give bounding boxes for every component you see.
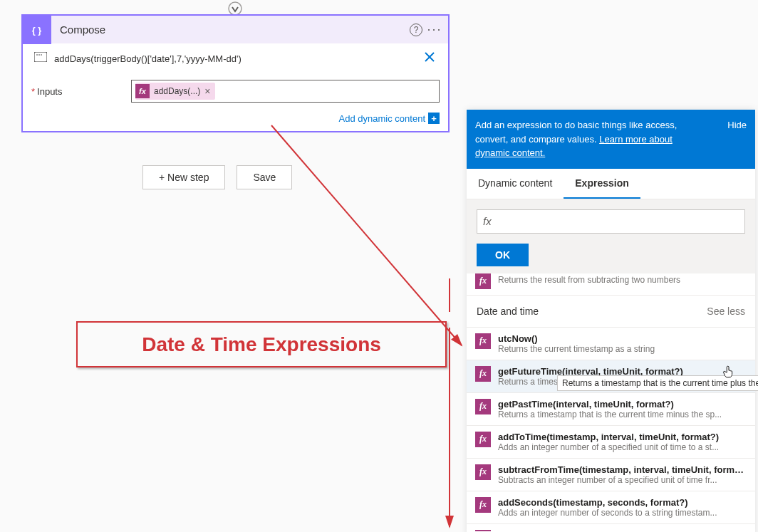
- compose-action-card: { } Compose ? ··· addDays(triggerBody()[…: [21, 14, 450, 132]
- add-dynamic-content-link[interactable]: Add dynamic content: [339, 113, 425, 124]
- func-desc: Returns a timestamp that is the current …: [498, 410, 747, 419]
- svg-point-6: [41, 54, 42, 56]
- fx-icon: fx: [475, 530, 491, 531]
- func-utcnow[interactable]: fx utcNow() Returns the current timestam…: [467, 328, 755, 360]
- new-step-button[interactable]: + New step: [142, 165, 225, 189]
- func-addtotime[interactable]: fx addToTime(timestamp, interval, timeUn…: [467, 426, 755, 459]
- function-tooltip: Returns a timestamp that is the current …: [557, 375, 758, 391]
- dynamic-content-panel: Add an expression to do basic things lik…: [467, 110, 755, 532]
- panel-tabs: Dynamic content Expression: [467, 169, 755, 199]
- previous-func-desc: Returns the result from subtracting two …: [498, 273, 680, 285]
- token-text: addDays(...): [154, 86, 200, 96]
- see-less-link[interactable]: See less: [707, 306, 745, 317]
- svg-point-0: [229, 2, 242, 15]
- func-getpasttime[interactable]: fx getPastTime(interval, timeUnit, forma…: [467, 393, 755, 426]
- func-addminutes[interactable]: fx addMinutes(timestamp, minutes, format…: [467, 524, 755, 531]
- fx-icon: fx: [475, 333, 491, 349]
- svg-point-4: [36, 54, 38, 56]
- func-name: utcNow(): [498, 333, 747, 344]
- func-desc: Returns the current timestamp as a strin…: [498, 344, 747, 354]
- func-name: addToTime(timestamp, interval, timeUnit,…: [498, 432, 747, 442]
- more-menu-button[interactable]: ···: [428, 20, 448, 40]
- help-button[interactable]: ?: [408, 20, 428, 40]
- action-title: Compose: [51, 24, 408, 36]
- expression-input-row: fx: [467, 199, 755, 239]
- previous-category-tail: fx Returns the result from subtracting t…: [467, 273, 755, 295]
- annotation-text: Date & Time Expressions: [142, 333, 381, 356]
- inputs-label: *Inputs: [31, 86, 131, 97]
- formula-bar: addDays(triggerBody()['date'],7,'yyyy-MM…: [23, 44, 448, 73]
- remove-token-button[interactable]: ×: [204, 85, 210, 97]
- hide-panel-button[interactable]: Hide: [727, 118, 747, 160]
- section-title: Date and time: [477, 306, 539, 317]
- fx-icon: fx: [475, 464, 491, 480]
- svg-text:{ }: { }: [32, 24, 42, 35]
- func-desc: Adds an integer number of a specified un…: [498, 442, 747, 452]
- function-list[interactable]: fx Returns the result from subtracting t…: [467, 273, 755, 531]
- func-desc: Adds an integer number of seconds to a s…: [498, 508, 747, 518]
- formula-text: addDays(triggerBody()['date'],7,'yyyy-MM…: [54, 53, 424, 64]
- fx-icon: fx: [135, 84, 150, 98]
- svg-line-9: [271, 125, 462, 345]
- func-name: subtractFromTime(timestamp, interval, ti…: [498, 464, 747, 475]
- fx-icon: fx: [475, 399, 491, 414]
- ok-row: OK: [467, 239, 755, 273]
- help-icon: ?: [410, 24, 422, 36]
- section-header-date-time: Date and time See less: [467, 295, 755, 328]
- inputs-label-text: Inputs: [37, 86, 62, 97]
- func-addseconds[interactable]: fx addSeconds(timestamp, seconds, format…: [467, 491, 755, 524]
- fx-icon: fx: [475, 497, 491, 513]
- flow-buttons: + New step Save: [142, 165, 292, 189]
- func-subtractfromtime[interactable]: fx subtractFromTime(timestamp, interval,…: [467, 459, 755, 491]
- svg-point-5: [38, 54, 40, 56]
- fx-icon: fx: [475, 366, 491, 382]
- inputs-row: *Inputs fx addDays(...) ×: [23, 73, 448, 110]
- add-dynamic-content-badge[interactable]: +: [428, 113, 440, 124]
- action-header: { } Compose ? ···: [23, 16, 448, 44]
- func-name: getPastTime(interval, timeUnit, format?): [498, 399, 747, 410]
- fx-icon: fx: [475, 432, 491, 447]
- compose-icon: { }: [23, 16, 51, 44]
- add-dynamic-content-row: Add dynamic content +: [23, 110, 448, 131]
- inputs-field[interactable]: fx addDays(...) ×: [131, 80, 440, 103]
- fx-prefix-icon: fx: [483, 215, 492, 227]
- ok-button[interactable]: OK: [477, 244, 529, 266]
- panel-header-text: Add an expression to do basic things lik…: [475, 118, 689, 160]
- func-desc: Subtracts an integer number of a specifi…: [498, 475, 747, 485]
- tab-expression[interactable]: Expression: [564, 169, 640, 199]
- svg-rect-3: [34, 52, 47, 62]
- expression-input[interactable]: fx: [477, 209, 745, 234]
- expression-preview-icon: [34, 52, 47, 65]
- panel-header: Add an expression to do basic things lik…: [467, 110, 755, 169]
- save-button[interactable]: Save: [237, 165, 292, 189]
- close-formula-button[interactable]: [424, 51, 437, 66]
- expression-token[interactable]: fx addDays(...) ×: [135, 83, 215, 100]
- fx-icon: fx: [475, 273, 491, 289]
- func-name: addSeconds(timestamp, seconds, format?): [498, 497, 747, 508]
- annotation-box: Date & Time Expressions: [76, 321, 447, 367]
- tab-dynamic-content[interactable]: Dynamic content: [467, 169, 564, 199]
- func-name: addMinutes(timestamp, minutes, format?): [498, 530, 747, 531]
